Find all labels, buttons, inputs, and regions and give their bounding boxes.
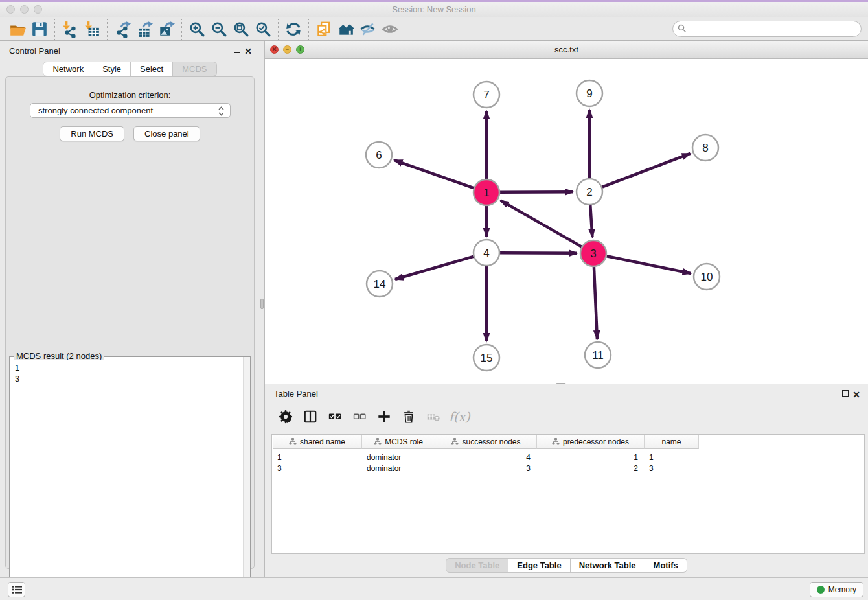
import-table-icon[interactable] [81,19,103,39]
clone-network-icon[interactable] [313,19,335,39]
hierarchy-icon [374,438,382,445]
hide-selected-icon[interactable] [357,19,379,39]
float-table-panel-icon[interactable] [842,389,849,398]
import-network-icon[interactable] [59,19,81,39]
memory-status-icon [817,586,825,594]
save-session-icon[interactable] [29,19,51,39]
hierarchy-icon [552,438,560,445]
tab-network[interactable]: Network [43,62,93,76]
table-cell[interactable]: 4 [435,452,537,463]
table-cell[interactable]: 1 [645,452,699,463]
table-cell[interactable]: 3 [645,463,699,474]
edge-3-1[interactable] [501,200,582,246]
table-cell[interactable]: 1 [537,452,645,463]
table-cell[interactable]: dominator [362,463,435,474]
window-title: Session: New Session [0,5,868,14]
toolbar-divider [107,19,108,40]
edge-2-8[interactable] [602,154,691,187]
search-icon [678,24,687,33]
edge-1-6[interactable] [394,160,474,188]
node-label-11: 11 [592,349,604,362]
edge-3-11[interactable] [594,267,597,339]
node-label-8: 8 [702,142,708,154]
network-graph[interactable]: 7968124314101511 [265,59,867,384]
export-table-icon[interactable] [133,19,155,39]
search-input[interactable] [672,21,862,37]
edge-2-3[interactable] [590,205,592,237]
table-cell[interactable]: dominator [362,452,435,463]
edge-4-14[interactable] [395,257,474,279]
uncheck-pair-icon[interactable] [350,408,369,426]
gear-icon[interactable] [277,408,295,426]
edge-1-2[interactable] [500,192,573,192]
tab-node-table[interactable]: Node Table [446,558,508,573]
node-label-2: 2 [586,186,592,198]
memory-button[interactable]: Memory [810,582,863,597]
column-header-name[interactable]: name [645,435,699,449]
plus-icon[interactable] [375,408,393,426]
column-header-MCDS-role[interactable]: MCDS role [362,435,435,449]
zoom-out-icon[interactable] [208,19,230,39]
close-panel-icon[interactable]: ✕ [244,46,252,56]
close-table-panel-icon[interactable]: ✕ [852,389,860,400]
table-panel-header: Table Panel ✕ [265,384,868,402]
toolbar-divider [278,19,279,40]
column-label: predecessor nodes [563,437,629,446]
criterion-dropdown[interactable]: strongly connected component [30,103,231,118]
table-cell[interactable]: 3 [435,463,537,474]
export-network-icon[interactable] [111,19,133,39]
toolbar-divider [181,19,182,40]
toolbar-divider [308,19,309,40]
mcds-result-line: 3 [15,373,242,384]
column-label: name [661,437,681,446]
float-panel-icon[interactable] [234,46,240,55]
run-mcds-button[interactable]: Run MCDS [60,126,124,141]
tab-style[interactable]: Style [93,62,131,76]
column-header-successor-nodes[interactable]: successor nodes [435,435,537,449]
close-panel-button[interactable]: Close panel [133,126,200,141]
columns-icon[interactable] [301,408,319,426]
column-header-predecessor-nodes[interactable]: predecessor nodes [537,435,645,449]
network-canvas[interactable]: 7968124314101511 [265,59,868,384]
network-view-window: ✕ − + scc.txt 7968124314101511 [264,41,868,384]
window-titlebar: Session: New Session [0,2,868,17]
edge-4-3[interactable] [500,253,577,253]
hierarchy-icon [289,438,297,445]
tab-mcds[interactable]: MCDS [173,62,216,76]
network-window-titlebar: ✕ − + scc.txt [265,41,868,59]
column-header-shared-name[interactable]: shared name [273,435,362,449]
tab-edge-table[interactable]: Edge Table [508,558,570,573]
home-icon[interactable] [335,19,357,39]
show-all-icon[interactable] [379,19,401,39]
split-handle[interactable] [260,299,264,309]
check-pair-icon[interactable] [326,408,344,426]
table-cell[interactable]: 2 [537,463,645,474]
node-label-9: 9 [586,87,592,100]
tab-network-table[interactable]: Network Table [571,558,645,573]
panel-split-divider[interactable] [260,41,264,577]
column-label: MCDS role [385,437,423,446]
edge-3-10[interactable] [607,256,691,273]
zoom-in-icon[interactable] [186,19,208,39]
result-scrollbar[interactable] [243,357,250,600]
export-image-icon[interactable] [155,19,177,39]
table-tabs: Node TableEdge TableNetwork TableMotifs [265,558,868,573]
dropdown-stepper-icon [218,106,225,117]
mcds-result-list[interactable]: 13 [10,360,242,600]
function-builder-icon: f(x) [449,410,470,424]
main-area: Control Panel ✕ NetworkStyleSelectMCDS O… [0,41,868,577]
open-session-icon[interactable] [6,19,29,39]
tab-motifs[interactable]: Motifs [645,558,687,573]
control-panel-tabs: NetworkStyleSelectMCDS [0,62,260,76]
node-table[interactable]: shared nameMCDS rolesuccessor nodesprede… [271,434,865,554]
control-panel-title: Control Panel [9,46,60,56]
zoom-selected-icon[interactable] [252,19,274,39]
zoom-fit-icon[interactable] [230,19,252,39]
task-history-button[interactable] [8,582,25,597]
tab-select[interactable]: Select [131,62,173,76]
node-label-3: 3 [590,248,596,260]
table-cell[interactable]: 3 [273,463,362,474]
trash-icon[interactable] [400,408,418,426]
refresh-icon[interactable] [282,19,304,39]
table-cell[interactable]: 1 [273,452,362,463]
